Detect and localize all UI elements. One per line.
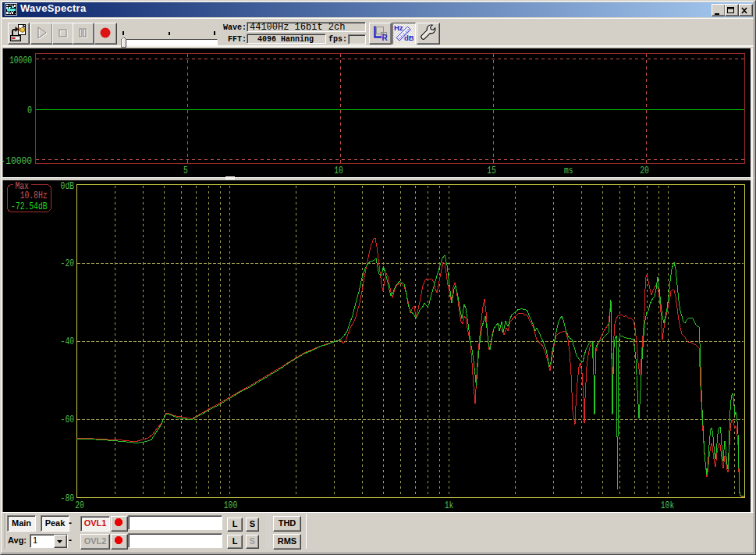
svg-text:Hz: Hz: [394, 23, 403, 32]
svg-text:0dB: 0dB: [61, 181, 74, 192]
svg-text:-40: -40: [61, 336, 74, 347]
svg-text:5: 5: [183, 165, 188, 176]
svg-text:0: 0: [27, 105, 32, 116]
svg-text:10: 10: [334, 165, 343, 176]
svg-text:R: R: [382, 34, 389, 42]
svg-text:10.8Hz: 10.8Hz: [20, 190, 48, 201]
svg-text:15: 15: [487, 165, 496, 176]
svg-text:100: 100: [224, 500, 237, 511]
svg-text:10000: 10000: [9, 55, 32, 66]
svg-text:-72.54dB: -72.54dB: [11, 201, 47, 212]
svg-text:20: 20: [640, 165, 649, 176]
svg-text:20: 20: [75, 500, 84, 511]
svg-text:ms: ms: [564, 165, 573, 176]
svg-text:-20: -20: [61, 258, 74, 269]
svg-text:10k: 10k: [661, 500, 674, 511]
svg-text:-60: -60: [61, 414, 74, 425]
svg-text:-80: -80: [61, 493, 74, 504]
svg-text:dB: dB: [404, 34, 413, 42]
svg-text:-10000: -10000: [2, 156, 32, 167]
svg-text:1k: 1k: [445, 500, 454, 511]
